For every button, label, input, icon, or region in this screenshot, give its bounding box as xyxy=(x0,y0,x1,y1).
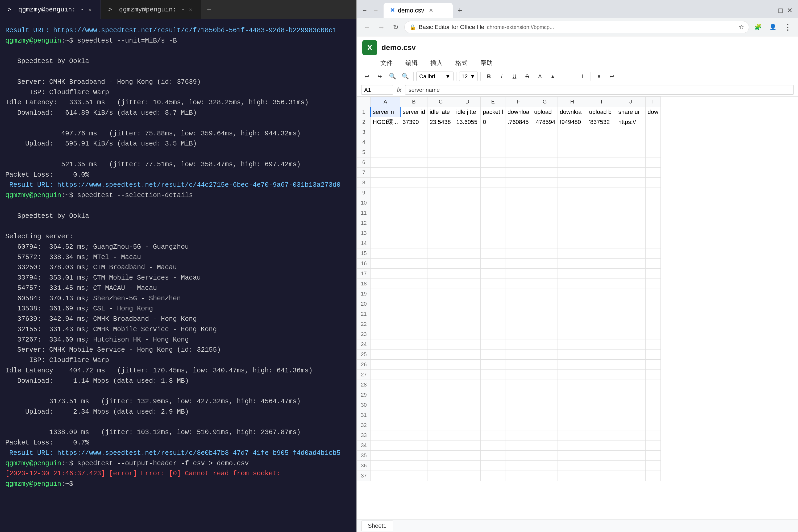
cell-C35[interactable] xyxy=(428,451,454,461)
cell-A20[interactable] xyxy=(370,299,400,309)
cell-K27[interactable] xyxy=(645,370,661,380)
cell-B14[interactable] xyxy=(400,238,428,248)
cell-I15[interactable] xyxy=(587,248,616,259)
cell-B11[interactable] xyxy=(400,208,428,218)
cell-J3[interactable] xyxy=(616,127,645,137)
cell-K11[interactable] xyxy=(645,208,661,218)
font-selector[interactable]: Calibri ▼ xyxy=(416,72,454,81)
cell-F17[interactable] xyxy=(506,269,532,279)
cell-G13[interactable] xyxy=(532,228,558,238)
cell-E17[interactable] xyxy=(481,269,506,279)
cell-F1[interactable]: downloa xyxy=(506,107,532,117)
cell-B33[interactable] xyxy=(400,431,428,440)
cell-D25[interactable] xyxy=(454,349,481,360)
cell-D31[interactable] xyxy=(454,410,481,420)
cell-J29[interactable] xyxy=(616,390,645,400)
cell-G36[interactable] xyxy=(532,461,558,471)
cell-H16[interactable] xyxy=(557,259,587,269)
cell-J26[interactable] xyxy=(616,360,645,370)
cell-E32[interactable] xyxy=(481,420,506,431)
cell-E16[interactable] xyxy=(481,259,506,269)
cell-G33[interactable] xyxy=(532,431,558,440)
row-header-35[interactable]: 35 xyxy=(357,451,370,461)
cell-B30[interactable] xyxy=(400,400,428,410)
cell-B15[interactable] xyxy=(400,248,428,259)
cell-B7[interactable] xyxy=(400,168,428,178)
col-header-C[interactable]: C xyxy=(428,97,454,107)
redo-button[interactable]: ↪ xyxy=(374,71,385,81)
cell-J8[interactable] xyxy=(616,178,645,188)
cell-C34[interactable] xyxy=(428,440,454,451)
cell-C13[interactable] xyxy=(428,228,454,238)
cell-A28[interactable] xyxy=(370,380,400,390)
window-close-button[interactable]: ✕ xyxy=(787,6,793,15)
terminal-tab-1[interactable]: >_ qgmzmy@penguin: ~ ✕ xyxy=(0,0,101,19)
cell-C31[interactable] xyxy=(428,410,454,420)
cell-C18[interactable] xyxy=(428,279,454,289)
cell-A12[interactable] xyxy=(370,218,400,228)
cell-A10[interactable] xyxy=(370,198,400,208)
cell-G12[interactable] xyxy=(532,218,558,228)
cell-F18[interactable] xyxy=(506,279,532,289)
cell-F36[interactable] xyxy=(506,461,532,471)
cell-I35[interactable] xyxy=(587,451,616,461)
row-header-24[interactable]: 24 xyxy=(357,339,370,349)
cell-K26[interactable] xyxy=(645,360,661,370)
cell-C37[interactable] xyxy=(428,471,454,481)
cell-K6[interactable] xyxy=(645,157,661,168)
row-header-10[interactable]: 10 xyxy=(357,198,370,208)
cell-A22[interactable] xyxy=(370,319,400,329)
cell-K34[interactable] xyxy=(645,440,661,451)
cell-I22[interactable] xyxy=(587,319,616,329)
cell-G18[interactable] xyxy=(532,279,558,289)
cell-E29[interactable] xyxy=(481,390,506,400)
cell-D10[interactable] xyxy=(454,198,481,208)
cell-J30[interactable] xyxy=(616,400,645,410)
col-header-D[interactable]: D xyxy=(454,97,481,107)
cell-E4[interactable] xyxy=(481,137,506,147)
cell-B27[interactable] xyxy=(400,370,428,380)
cell-A17[interactable] xyxy=(370,269,400,279)
merge-button[interactable]: ⊥ xyxy=(577,71,588,81)
cell-A27[interactable] xyxy=(370,370,400,380)
borders-button[interactable]: □ xyxy=(564,71,575,81)
cell-F27[interactable] xyxy=(506,370,532,380)
cell-J25[interactable] xyxy=(616,349,645,360)
cell-B24[interactable] xyxy=(400,339,428,349)
cell-G29[interactable] xyxy=(532,390,558,400)
row-header-33[interactable]: 33 xyxy=(357,431,370,440)
cell-A18[interactable] xyxy=(370,279,400,289)
row-header-31[interactable]: 31 xyxy=(357,410,370,420)
cell-E5[interactable] xyxy=(481,147,506,157)
cell-C23[interactable] xyxy=(428,329,454,339)
cell-E34[interactable] xyxy=(481,440,506,451)
cell-H1[interactable]: downloa xyxy=(557,107,587,117)
row-header-34[interactable]: 34 xyxy=(357,440,370,451)
cell-A7[interactable] xyxy=(370,168,400,178)
browser-tab-demo-csv[interactable]: ✕ demo.csv ✕ xyxy=(384,3,453,18)
cell-I36[interactable] xyxy=(587,461,616,471)
sheet-grid-container[interactable]: A B C D E F G H I J I 1server nserver id… xyxy=(357,97,798,519)
cell-H21[interactable] xyxy=(557,309,587,319)
strikethrough-button[interactable]: S xyxy=(521,71,533,81)
cell-K2[interactable] xyxy=(645,117,661,127)
formula-input[interactable] xyxy=(405,85,794,95)
cell-D14[interactable] xyxy=(454,238,481,248)
cell-D27[interactable] xyxy=(454,370,481,380)
cell-C10[interactable] xyxy=(428,198,454,208)
cell-E7[interactable] xyxy=(481,168,506,178)
cell-G23[interactable] xyxy=(532,329,558,339)
cell-G19[interactable] xyxy=(532,289,558,299)
italic-button[interactable]: I xyxy=(496,71,507,81)
nav-forward-button[interactable]: → xyxy=(376,21,387,33)
cell-E35[interactable] xyxy=(481,451,506,461)
cell-E6[interactable] xyxy=(481,157,506,168)
cell-D36[interactable] xyxy=(454,461,481,471)
cell-E33[interactable] xyxy=(481,431,506,440)
cell-D2[interactable]: 13.6055 xyxy=(454,117,481,127)
cell-H5[interactable] xyxy=(557,147,587,157)
cell-C1[interactable]: idle late xyxy=(428,107,454,117)
cell-D34[interactable] xyxy=(454,440,481,451)
row-header-18[interactable]: 18 xyxy=(357,279,370,289)
cell-B36[interactable] xyxy=(400,461,428,471)
